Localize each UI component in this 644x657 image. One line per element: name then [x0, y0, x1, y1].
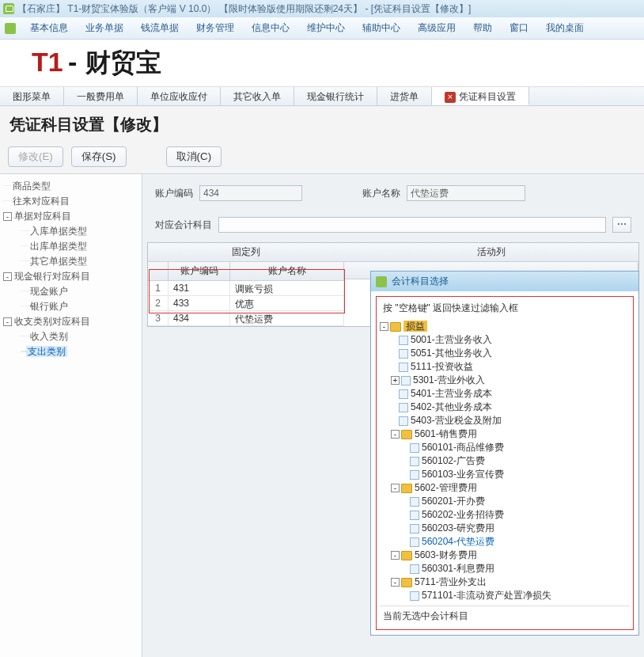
subject-item[interactable]: 5301-营业外收入: [413, 374, 485, 385]
menu-finance[interactable]: 财务管理: [188, 18, 242, 38]
file-icon: [410, 443, 419, 453]
popup-titlebar[interactable]: 会计科目选择: [371, 272, 638, 291]
menu-basic-info[interactable]: 基本信息: [22, 18, 76, 38]
file-icon: [399, 363, 408, 372]
subject-picker-button[interactable]: ⋯: [612, 217, 631, 233]
highlight-box: [149, 269, 345, 313]
subject-item[interactable]: 560203-研究费用: [422, 522, 494, 534]
subject-item[interactable]: 5051-其他业务收入: [411, 347, 492, 359]
file-icon: [399, 403, 408, 412]
tree-other-bill[interactable]: 其它单据类型: [30, 256, 87, 267]
menu-maintain[interactable]: 维护中心: [299, 18, 353, 38]
tab-receivable[interactable]: 单位应收应付: [138, 87, 221, 105]
menu-window[interactable]: 窗口: [502, 18, 536, 38]
collapse-icon[interactable]: -: [3, 272, 12, 281]
menu-help[interactable]: 帮助: [465, 18, 500, 38]
collapse-icon[interactable]: -: [391, 551, 400, 560]
folder-icon: [401, 578, 412, 587]
file-icon: [410, 470, 419, 480]
menu-assist[interactable]: 辅助中心: [354, 18, 408, 38]
tab-voucher-settings[interactable]: ×凭证科目设置: [432, 87, 529, 105]
menu-business[interactable]: 业务单据: [78, 18, 131, 38]
subject-item[interactable]: 5603-财务费用: [415, 549, 477, 560]
tree-inbound[interactable]: 入库单据类型: [30, 226, 87, 237]
file-icon: [410, 591, 419, 601]
expand-icon[interactable]: +: [391, 376, 400, 385]
document-tabs: 图形菜单 一般费用单 单位应收应付 其它收入单 现金银行统计 进货单 ×凭证科目…: [0, 87, 644, 106]
subject-input[interactable]: [218, 217, 606, 233]
tab-other-income[interactable]: 其它收入单: [221, 87, 294, 105]
tree-bill-subject[interactable]: 单据对应科目: [14, 211, 71, 222]
popup-hint: 按 "空格键" 返回快速过滤输入框: [380, 300, 630, 320]
tab-label: 凭证科目设置: [459, 91, 516, 102]
tab-graph-menu[interactable]: 图形菜单: [0, 87, 64, 105]
save-button[interactable]: 保存(S): [71, 146, 127, 167]
subject-item[interactable]: 5401-主营业务成本: [411, 388, 492, 399]
popup-title: 会计科目选择: [392, 275, 449, 288]
subject-item-highlight[interactable]: 560204-代垫运费: [422, 536, 494, 547]
file-icon: [399, 389, 408, 399]
file-icon: [399, 349, 408, 359]
lock-icon: [5, 23, 16, 34]
svg-text:T1: T1: [32, 47, 63, 77]
collapse-icon[interactable]: -: [3, 317, 12, 326]
collapse-icon[interactable]: -: [380, 322, 388, 331]
tree-income-type[interactable]: 收入类别: [30, 331, 68, 342]
tree-root[interactable]: 损益: [403, 321, 427, 332]
subject-item[interactable]: 560201-开办费: [422, 496, 485, 507]
menu-cashflow[interactable]: 钱流单据: [133, 18, 187, 38]
subject-item[interactable]: 5111-投资收益: [411, 361, 473, 372]
lock-icon: [376, 276, 387, 287]
subject-item[interactable]: 560103-业务宣传费: [422, 469, 504, 480]
subject-item[interactable]: 5711-营业外支出: [415, 576, 487, 587]
cancel-button[interactable]: 取消(C): [166, 146, 222, 167]
subject-item[interactable]: 5601-销售费用: [415, 428, 477, 439]
tree-goods-type[interactable]: 商品类型: [13, 180, 51, 192]
file-icon: [410, 511, 419, 520]
collapse-icon[interactable]: -: [391, 484, 400, 492]
collapse-icon[interactable]: -: [391, 430, 400, 439]
subject-item[interactable]: 5602-管理费用: [415, 482, 477, 493]
file-icon: [410, 564, 419, 574]
svg-text:财贸宝: 财贸宝: [85, 48, 161, 77]
popup-status: 当前无选中会计科目: [380, 606, 630, 626]
tree-outbound[interactable]: 出库单据类型: [30, 241, 87, 252]
acct-code-input: [199, 185, 302, 201]
subject-item[interactable]: 5001-主营业务收入: [411, 334, 492, 345]
subject-item[interactable]: 560301-利息费用: [422, 563, 494, 574]
subject-label: 对应会计科目: [155, 218, 212, 232]
collapse-icon[interactable]: -: [3, 212, 12, 221]
tree-contact-subject[interactable]: 往来对应科目: [13, 196, 70, 207]
tab-cash-stats[interactable]: 现金银行统计: [294, 87, 377, 105]
brand-logo: T1 - 财贸宝: [32, 44, 237, 82]
file-icon: [410, 524, 419, 534]
subject-item[interactable]: 571101-非流动资产处置净损失: [422, 590, 551, 601]
menu-advanced[interactable]: 高级应用: [410, 18, 464, 38]
category-tree[interactable]: ┈商品类型 ┈往来对应科目 -单据对应科目 ┈入库单据类型 ┈出库单据类型 ┈其…: [0, 174, 142, 657]
tree-income-expense[interactable]: 收支类别对应科目: [14, 316, 90, 327]
toolbar: 修改(E) 保存(S) 取消(C): [0, 143, 644, 173]
subject-tree[interactable]: -损益 5001-主营业务收入 5051-其他业务收入 5111-投资收益 +5…: [380, 320, 630, 602]
folder-icon: [401, 551, 412, 560]
close-icon[interactable]: ×: [445, 92, 456, 103]
window-titlebar: 【石家庄】 T1-财贸宝体验版（客户端 V 10.0） 【限时体验版使用期限还剩…: [0, 0, 644, 17]
svg-text:-: -: [68, 47, 77, 77]
collapse-icon[interactable]: -: [391, 578, 400, 587]
file-icon: [399, 336, 408, 345]
tree-cash-bank[interactable]: 现金银行对应科目: [14, 271, 90, 282]
tree-expense-type[interactable]: 支出类别: [26, 346, 67, 357]
subject-item[interactable]: 560101-商品维修费: [422, 442, 504, 453]
acct-name-input: [407, 185, 525, 201]
subject-item[interactable]: 5403-营业税金及附加: [411, 415, 502, 426]
subject-item[interactable]: 560102-广告费: [422, 455, 485, 466]
tree-bank-acct[interactable]: 银行账户: [30, 301, 68, 312]
tree-cash-acct[interactable]: 现金账户: [30, 286, 68, 297]
subject-item[interactable]: 5402-其他业务成本: [411, 401, 492, 412]
tab-expense[interactable]: 一般费用单: [64, 87, 138, 105]
menu-info[interactable]: 信息中心: [244, 18, 297, 38]
main-menu: 基本信息 业务单据 钱流单据 财务管理 信息中心 维护中心 辅助中心 高级应用 …: [0, 17, 644, 40]
active-columns-label: 活动列: [344, 243, 638, 262]
tab-purchase[interactable]: 进货单: [377, 87, 432, 105]
subject-item[interactable]: 560202-业务招待费: [422, 509, 504, 520]
menu-desktop[interactable]: 我的桌面: [538, 18, 592, 38]
